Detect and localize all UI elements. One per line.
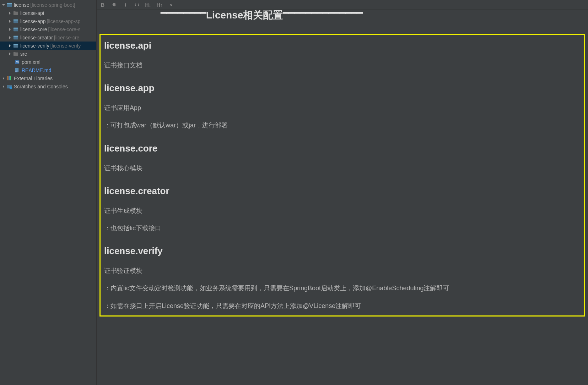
tree-item-src[interactable]: src <box>0 50 96 58</box>
svg-point-23 <box>9 87 12 89</box>
tree-item-label: license-verify <box>20 43 49 49</box>
tree-item-label: license-app <box>20 18 46 24</box>
module-icon <box>13 18 18 24</box>
content-paragraph: 证书验证模块 <box>104 266 581 275</box>
svg-rect-7 <box>13 28 18 29</box>
tree-item-readme[interactable]: MD README.md <box>0 66 96 74</box>
tree-root[interactable]: license [license-spring-boot] <box>0 1 96 9</box>
content-paragraph: 证书应用App <box>104 104 581 112</box>
code-button[interactable] <box>134 2 140 8</box>
scratch-icon <box>6 84 12 89</box>
module-icon <box>13 35 18 40</box>
editor-content[interactable]: ━━━━━━━━License相关配置━━━━━━━━━━━━━━ licens… <box>97 10 588 385</box>
chevron-right-icon <box>8 44 12 48</box>
editor-toolbar: B S I H↓ H↑ <box>97 0 588 10</box>
svg-rect-9 <box>13 36 18 37</box>
svg-rect-21 <box>10 76 11 80</box>
tree-item-label: Scratches and Consoles <box>14 84 68 89</box>
svg-rect-13 <box>13 52 15 53</box>
tree-item-secondary: [license-verify <box>50 43 81 49</box>
tree-item-label: pom.xml <box>22 59 41 65</box>
svg-rect-19 <box>7 76 8 80</box>
svg-rect-5 <box>13 20 18 21</box>
tree-root-secondary: [license-spring-boot] <box>31 2 75 8</box>
highlighted-content-box: license.api 证书接口文档 license.app 证书应用App ：… <box>99 34 585 317</box>
chevron-right-icon <box>8 11 12 15</box>
svg-text:MD: MD <box>15 71 18 72</box>
heading-down-button[interactable]: H↓ <box>145 2 151 8</box>
content-paragraph: ：如需在接口上开启License验证功能，只需要在对应的API方法上添加@VLi… <box>104 302 581 310</box>
module-icon <box>6 2 12 8</box>
section-heading: license.app <box>104 83 581 94</box>
content-paragraph: ：也包括lic下载接口 <box>104 224 581 233</box>
content-paragraph: ：可打包成war（默认war）或jar，进行部署 <box>104 121 581 130</box>
tree-item-license-api[interactable]: license-api <box>0 9 96 17</box>
folder-icon <box>13 10 18 16</box>
section-heading: license.creator <box>104 186 581 197</box>
library-icon <box>6 76 12 81</box>
tree-item-secondary: [license-core-s <box>48 27 80 32</box>
tree-item-secondary: [license-cre <box>54 35 80 40</box>
content-header-partial: ━━━━━━━━License相关配置━━━━━━━━━━━━━━ <box>99 10 585 21</box>
folder-icon <box>13 51 18 57</box>
module-icon <box>13 43 18 49</box>
tree-item-label: External Libraries <box>14 76 53 81</box>
markdown-icon: MD <box>14 67 20 73</box>
svg-rect-11 <box>13 44 18 45</box>
tree-item-license-app[interactable]: license-app [license-app-sp <box>0 17 96 25</box>
chevron-right-icon <box>8 27 12 32</box>
chevron-right-icon <box>8 52 12 56</box>
svg-text:m: m <box>16 60 18 64</box>
maven-icon: m <box>14 59 20 65</box>
tree-item-license-creator[interactable]: license-creator [license-cre <box>0 33 96 42</box>
content-paragraph: 证书核心模块 <box>104 164 581 173</box>
tree-item-pom[interactable]: m pom.xml <box>0 58 96 66</box>
tree-item-secondary: [license-app-sp <box>47 18 81 24</box>
content-paragraph: 证书生成模块 <box>104 207 581 215</box>
section-heading: license.api <box>104 40 581 51</box>
content-paragraph: ：内置lic文件变动定时检测功能，如业务系统需要用到，只需要在SpringBoo… <box>104 284 581 293</box>
editor-area: B S I H↓ H↑ ━━━━━━━━License相关配置━━━━━━━━━… <box>97 0 588 385</box>
tree-root-label: license <box>14 2 29 8</box>
tree-scratches[interactable]: Scratches and Consoles <box>0 82 96 90</box>
tree-item-label: license-core <box>20 27 47 32</box>
tree-item-label: README.md <box>22 67 51 73</box>
section-heading: license.verify <box>104 246 581 257</box>
chevron-right-icon <box>1 76 6 81</box>
tree-item-label: src <box>20 51 27 57</box>
svg-rect-1 <box>7 3 11 4</box>
svg-rect-3 <box>13 11 15 12</box>
tree-item-label: license-api <box>20 10 44 16</box>
chevron-right-icon <box>8 35 12 40</box>
module-icon <box>13 27 18 32</box>
svg-rect-20 <box>9 76 10 80</box>
bold-button[interactable]: B <box>99 2 106 8</box>
tree-item-license-verify[interactable]: license-verify [license-verify <box>0 42 96 50</box>
heading-up-button[interactable]: H↑ <box>156 2 163 8</box>
italic-button[interactable]: I <box>122 2 129 8</box>
link-button[interactable] <box>168 2 174 8</box>
chevron-down-icon <box>1 3 6 7</box>
content-paragraph: 证书接口文档 <box>104 61 581 70</box>
project-tree: license [license-spring-boot] license-ap… <box>0 0 97 385</box>
section-heading: license.core <box>104 143 581 154</box>
chevron-right-icon <box>8 19 12 23</box>
tree-item-label: license-creator <box>20 35 53 40</box>
strikethrough-button[interactable]: S <box>111 2 117 8</box>
tree-item-license-core[interactable]: license-core [license-core-s <box>0 25 96 33</box>
chevron-right-icon <box>1 84 6 89</box>
tree-external-libraries[interactable]: External Libraries <box>0 74 96 82</box>
